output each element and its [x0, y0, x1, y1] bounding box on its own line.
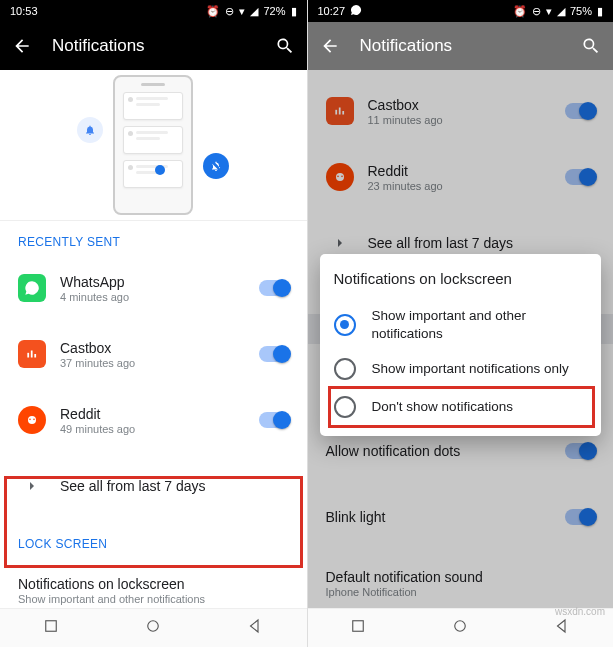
- svg-point-5: [33, 419, 35, 421]
- radio-option-2[interactable]: Don't show notifications: [334, 388, 594, 426]
- toggle-dots[interactable]: [565, 443, 595, 459]
- svg-point-12: [337, 176, 339, 178]
- row-sub: Iphone Notification: [326, 586, 596, 598]
- app-name: WhatsApp: [60, 274, 259, 290]
- svg-rect-6: [46, 621, 57, 632]
- nav-recents[interactable]: [349, 617, 367, 639]
- radio-option-1[interactable]: Show important notifications only: [334, 350, 594, 388]
- svg-rect-0: [27, 353, 29, 358]
- status-bar: 10:27 ⏰ ⊖ ▾ ◢ 75% ▮: [308, 0, 614, 22]
- app-sub: 11 minutes ago: [368, 114, 566, 126]
- castbox-icon: [326, 97, 354, 125]
- app-row-whatsapp[interactable]: WhatsApp 4 minutes ago: [0, 255, 307, 321]
- radio-label: Show important and other notifications: [372, 307, 594, 342]
- radio-label: Don't show notifications: [372, 398, 513, 416]
- lockscreen-sub: Show important and other notifications: [18, 593, 289, 605]
- app-name: Reddit: [368, 163, 566, 179]
- wifi-icon: ▾: [239, 5, 245, 18]
- nav-recents[interactable]: [42, 617, 60, 639]
- see-all-label: See all from last 7 days: [60, 478, 289, 494]
- app-name: Castbox: [60, 340, 259, 356]
- toggle-blink[interactable]: [565, 509, 595, 525]
- svg-rect-9: [338, 108, 340, 115]
- signal-icon: ◢: [250, 5, 258, 18]
- page-title: Notifications: [360, 36, 582, 56]
- search-button[interactable]: [275, 36, 295, 56]
- svg-point-7: [148, 621, 159, 632]
- svg-rect-8: [335, 110, 337, 115]
- app-sub: 37 minutes ago: [60, 357, 259, 369]
- nav-home[interactable]: [144, 617, 162, 639]
- toggle-whatsapp[interactable]: [259, 280, 289, 296]
- bell-off-icon: [203, 153, 229, 179]
- svg-rect-14: [353, 621, 364, 632]
- bell-icon: [77, 117, 103, 143]
- row-blink[interactable]: Blink light: [308, 484, 614, 550]
- content-area: Castbox 11 minutes ago Reddit 23 minutes…: [308, 70, 614, 608]
- whatsapp-icon: [18, 274, 46, 302]
- app-name: Castbox: [368, 97, 566, 113]
- radio-icon: [334, 396, 356, 418]
- nav-bar: [0, 608, 307, 647]
- row-default-sound[interactable]: Default notification sound Iphone Notifi…: [308, 550, 614, 608]
- section-recently-sent: RECENTLY SENT: [0, 221, 307, 255]
- status-time: 10:53: [10, 5, 38, 17]
- back-button[interactable]: [12, 36, 32, 56]
- radio-icon: [334, 358, 356, 380]
- see-all-row[interactable]: See all from last 7 days: [0, 453, 307, 519]
- castbox-icon: [18, 340, 46, 368]
- radio-label: Show important notifications only: [372, 360, 569, 378]
- toggle-castbox[interactable]: [259, 346, 289, 362]
- lockscreen-label: Notifications on lockscreen: [18, 576, 289, 592]
- content-area: RECENTLY SENT WhatsApp 4 minutes ago Cas…: [0, 70, 307, 608]
- row-label: Allow notification dots: [326, 443, 566, 459]
- section-lock-screen: LOCK SCREEN: [0, 523, 307, 557]
- hero-illustration: [0, 70, 307, 221]
- nav-home[interactable]: [451, 617, 469, 639]
- app-row-reddit[interactable]: Reddit 23 minutes ago: [308, 144, 614, 210]
- radio-option-0[interactable]: Show important and other notifications: [334, 299, 594, 350]
- toggle-reddit[interactable]: [259, 412, 289, 428]
- toggle-castbox[interactable]: [565, 103, 595, 119]
- svg-rect-2: [34, 354, 36, 358]
- svg-point-11: [336, 173, 344, 181]
- search-button[interactable]: [581, 36, 601, 56]
- page-title: Notifications: [52, 36, 275, 56]
- battery-text: 72%: [263, 5, 285, 17]
- svg-rect-10: [342, 111, 344, 115]
- svg-point-3: [28, 416, 36, 424]
- app-header: Notifications: [0, 22, 307, 70]
- toggle-reddit[interactable]: [565, 169, 595, 185]
- row-label: Default notification sound: [326, 569, 596, 585]
- app-header: Notifications: [308, 22, 614, 70]
- nav-back[interactable]: [553, 617, 571, 639]
- app-sub: 23 minutes ago: [368, 180, 566, 192]
- phone-left: 10:53 ⏰ ⊖ ▾ ◢ 72% ▮ Notifications: [0, 0, 308, 647]
- row-label: Blink light: [326, 509, 566, 525]
- svg-rect-1: [31, 351, 33, 358]
- battery-icon: ▮: [597, 5, 603, 18]
- radio-icon: [334, 314, 356, 336]
- app-sub: 4 minutes ago: [60, 291, 259, 303]
- back-button[interactable]: [320, 36, 340, 56]
- svg-point-13: [341, 176, 343, 178]
- dnd-icon: ⊖: [225, 5, 234, 18]
- chevron-right-icon: [326, 235, 354, 251]
- battery-text: 75%: [570, 5, 592, 17]
- reddit-icon: [326, 163, 354, 191]
- svg-point-4: [29, 419, 31, 421]
- app-row-reddit[interactable]: Reddit 49 minutes ago: [0, 387, 307, 453]
- see-all-label: See all from last 7 days: [368, 235, 596, 251]
- lockscreen-row[interactable]: Notifications on lockscreen Show importa…: [0, 557, 307, 608]
- nav-back[interactable]: [246, 617, 264, 639]
- alarm-icon: ⏰: [206, 5, 220, 18]
- whatsapp-notif-icon: [350, 4, 362, 18]
- wifi-icon: ▾: [546, 5, 552, 18]
- app-name: Reddit: [60, 406, 259, 422]
- app-sub: 49 minutes ago: [60, 423, 259, 435]
- alarm-icon: ⏰: [513, 5, 527, 18]
- svg-point-15: [455, 621, 466, 632]
- battery-icon: ▮: [291, 5, 297, 18]
- app-row-castbox[interactable]: Castbox 11 minutes ago: [308, 70, 614, 144]
- app-row-castbox[interactable]: Castbox 37 minutes ago: [0, 321, 307, 387]
